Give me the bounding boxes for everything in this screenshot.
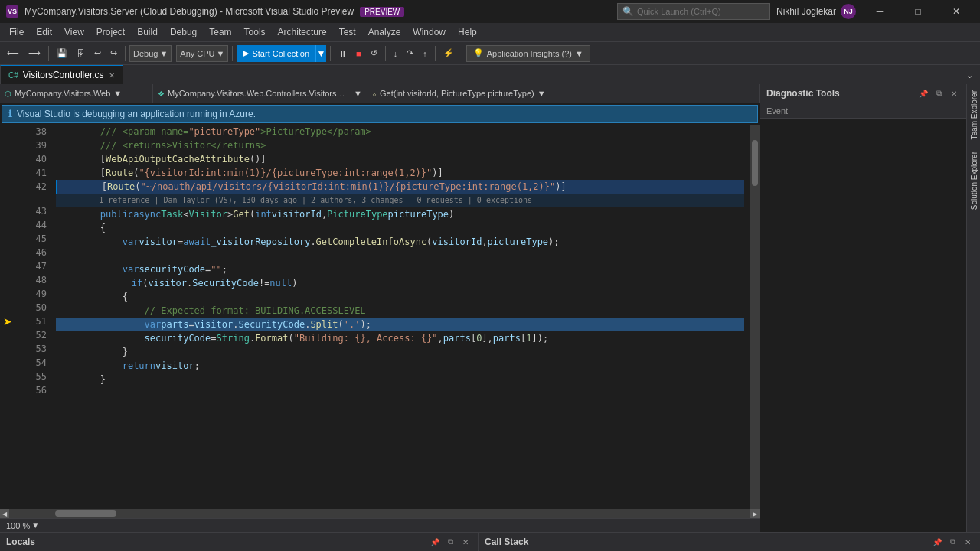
locals-float-button[interactable]: ⧉ xyxy=(444,536,456,548)
h-scroll-thumb[interactable] xyxy=(55,510,116,517)
event-col-label: Event xyxy=(766,106,788,116)
code-line-50: // Expected format: BUILDING.ACCESSLEVEL xyxy=(56,304,744,318)
panel-close-button[interactable]: ✕ xyxy=(948,87,960,99)
toolbar-stop[interactable]: ■ xyxy=(352,44,365,63)
minimize-button[interactable]: ─ xyxy=(862,0,897,23)
tab-visitors-controller[interactable]: C# VisitorsController.cs ✕ xyxy=(0,65,123,84)
nav-method-dropdown[interactable]: ⬦ Get(int visitorId, PictureType picture… xyxy=(368,84,760,103)
gutter-42 xyxy=(0,180,15,194)
toolbar-save[interactable]: 💾 xyxy=(53,44,71,63)
toolbar-sep-5 xyxy=(385,46,386,61)
scroll-track[interactable] xyxy=(9,510,750,517)
gutter: ➤ xyxy=(0,125,15,509)
search-icon: 🔍 xyxy=(622,6,634,17)
quick-launch-input[interactable] xyxy=(637,7,760,16)
debug-config-label: Debug xyxy=(133,49,158,58)
gutter-51-arrow: ➤ xyxy=(0,315,15,328)
gutter-49 xyxy=(0,287,15,301)
callstack-pin-button[interactable]: 📌 xyxy=(931,536,943,548)
toolbar-step-into[interactable]: ↓ xyxy=(390,44,402,63)
menu-project[interactable]: Project xyxy=(90,23,131,42)
menu-help[interactable]: Help xyxy=(452,23,483,42)
start-collection-button[interactable]: ▶ Start Collection xyxy=(237,45,315,62)
vertical-scrollbar[interactable] xyxy=(750,125,760,509)
menu-view[interactable]: View xyxy=(58,23,90,42)
debug-config-dropdown[interactable]: Debug ▼ xyxy=(129,45,172,62)
code-line-40: [WebApiOutputCacheAttribute()] xyxy=(56,152,744,166)
scroll-right-btn[interactable]: ▶ xyxy=(750,509,760,518)
zoom-dropdown-icon[interactable]: ▼ xyxy=(31,521,39,530)
window-title: MyCompany.Visitors.Server (Cloud Debuggi… xyxy=(24,6,354,17)
tab-label: VisitorsController.cs xyxy=(23,70,104,80)
toolbar-forward[interactable]: ⟶ xyxy=(24,44,44,63)
code-line-38: /// <param name="pictureType">PictureTyp… xyxy=(56,125,744,139)
callstack-float-button[interactable]: ⧉ xyxy=(946,536,959,548)
panel-float-button[interactable]: ⧉ xyxy=(933,87,945,99)
callstack-panel-header: Call Stack 📌 ⧉ ✕ xyxy=(479,533,980,551)
code-line-53: } xyxy=(56,345,744,359)
gutter-38 xyxy=(0,125,15,139)
ln-55: 55 xyxy=(18,370,47,383)
gutter-52 xyxy=(0,328,15,342)
panel-pin-button[interactable]: 📌 xyxy=(917,87,929,99)
toolbar-back[interactable]: ⟵ xyxy=(3,44,23,63)
ai-insights-button[interactable]: 💡 Application Insights (?) ▼ xyxy=(466,45,590,62)
toolbar-step-over[interactable]: ↷ xyxy=(403,44,417,63)
tab-close-icon[interactable]: ✕ xyxy=(109,71,115,80)
diagnostic-panel-header: Diagnostic Tools 📌 ⧉ ✕ xyxy=(760,84,966,103)
locals-title: Locals xyxy=(6,536,35,547)
toolbar-redo[interactable]: ↪ xyxy=(106,44,121,63)
menu-edit[interactable]: Edit xyxy=(30,23,58,42)
gutter-44 xyxy=(0,218,15,232)
menu-file[interactable]: File xyxy=(3,23,30,42)
menu-test[interactable]: Test xyxy=(333,23,362,42)
locals-pin-button[interactable]: 📌 xyxy=(429,536,441,548)
toolbar-undo[interactable]: ↩ xyxy=(90,44,105,63)
gutter-39 xyxy=(0,139,15,152)
menu-analyze[interactable]: Analyze xyxy=(362,23,407,42)
menu-team[interactable]: Team xyxy=(203,23,237,42)
menu-debug[interactable]: Debug xyxy=(164,23,203,42)
ln-56: 56 xyxy=(18,383,47,397)
locals-panel: Locals 📌 ⧉ ✕ Name Value Type xyxy=(0,533,479,551)
ln-53: 53 xyxy=(18,342,47,356)
horizontal-scroll[interactable]: ◀ ▶ xyxy=(0,509,760,518)
platform-dropdown[interactable]: Any CPU ▼ xyxy=(176,45,228,62)
toolbar-step-out[interactable]: ↑ xyxy=(419,44,431,63)
side-tab-solution-explorer[interactable]: Solution Explorer xyxy=(967,145,980,216)
quick-launch[interactable]: 🔍 xyxy=(617,3,770,20)
menu-architecture[interactable]: Architecture xyxy=(272,23,333,42)
ln-48: 48 xyxy=(18,273,47,287)
menu-build[interactable]: Build xyxy=(131,23,164,42)
start-collection-dropdown[interactable]: ▼ xyxy=(315,45,326,62)
toolbar-restart[interactable]: ↺ xyxy=(367,44,381,63)
toolbar-pause[interactable]: ⏸ xyxy=(335,44,351,63)
code-line-48: if (visitor.SecurityCode != null) xyxy=(56,276,744,290)
scroll-thumb[interactable] xyxy=(752,140,758,186)
gutter-41 xyxy=(0,166,15,180)
code-area[interactable]: ➤ 38 39 40 41 42 43 44 45 46 47 48 xyxy=(0,125,760,509)
nav-method-label: Get(int visitorId, PictureType pictureTy… xyxy=(380,89,534,98)
diag-col-header: Event xyxy=(760,103,966,119)
collapse-button[interactable]: ⌄ xyxy=(962,66,977,84)
side-tab-team-explorer[interactable]: Team Explorer xyxy=(967,84,980,145)
nav-project-dropdown[interactable]: ⬡ MyCompany.Visitors.Web ▼ xyxy=(0,84,153,103)
scroll-left-btn[interactable]: ◀ xyxy=(0,509,9,518)
nav-class-dropdown[interactable]: ❖ MyCompany.Visitors.Web.Controllers.Vis… xyxy=(153,84,368,103)
ln-51: 51 xyxy=(18,315,47,328)
close-button[interactable]: ✕ xyxy=(939,0,974,23)
maximize-button[interactable]: □ xyxy=(900,0,936,23)
gutter-48 xyxy=(0,273,15,287)
chevron-down-icon-4: ▼ xyxy=(113,89,122,98)
callstack-panel-controls: 📌 ⧉ ✕ xyxy=(931,536,974,548)
nav-bar: ⬡ MyCompany.Visitors.Web ▼ ❖ MyCompany.V… xyxy=(0,84,760,103)
callstack-close-button[interactable]: ✕ xyxy=(962,536,974,548)
locals-close-button[interactable]: ✕ xyxy=(459,536,472,548)
code-content[interactable]: /// <param name="pictureType">PictureTyp… xyxy=(50,125,750,509)
menu-window[interactable]: Window xyxy=(407,23,452,42)
toolbar-saveall[interactable]: 🗄 xyxy=(73,44,89,63)
toolbar-exception[interactable]: ⚡ xyxy=(439,44,458,63)
toolbar-sep-7 xyxy=(462,46,462,61)
info-bar: ℹ Visual Studio is debugging an applicat… xyxy=(2,105,758,123)
menu-tools[interactable]: Tools xyxy=(238,23,272,42)
